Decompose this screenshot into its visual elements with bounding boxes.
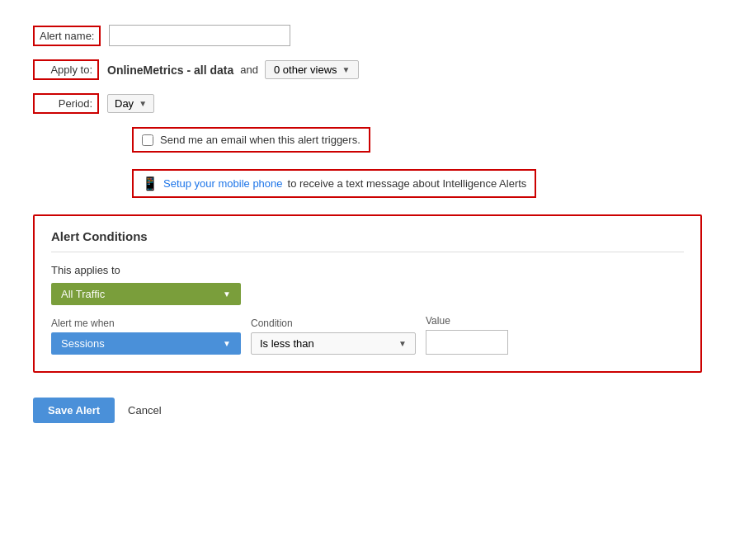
mobile-setup-link[interactable]: Setup your mobile phone (163, 177, 283, 190)
value-input[interactable] (426, 330, 508, 355)
period-dropdown[interactable]: Day ▼ (107, 94, 154, 113)
condition-arrow-icon: ▼ (398, 339, 407, 348)
notification-section: Send me an email when this alert trigger… (132, 127, 702, 198)
page-container: Alert name: Apply to: OnlineMetrics - al… (33, 25, 702, 423)
email-checkbox[interactable] (142, 134, 153, 146)
alert-name-input[interactable] (109, 25, 290, 46)
traffic-dropdown[interactable]: All Traffic ▼ (51, 283, 241, 305)
mobile-icon: 📱 (142, 176, 158, 191)
apply-to-row: Apply to: OnlineMetrics - all data and 0… (33, 59, 702, 80)
period-value: Day (115, 97, 134, 110)
period-label: Period: (33, 93, 99, 114)
alert-name-row: Alert name: (33, 25, 702, 46)
value-label: Value (426, 315, 508, 327)
applies-to-label: This applies to (51, 264, 684, 276)
mobile-suffix-text: to receive a text message about Intellig… (288, 177, 527, 190)
email-checkbox-label: Send me an email when this alert trigger… (160, 134, 360, 146)
condition-value: Is less than (260, 337, 314, 350)
divider (51, 252, 684, 252)
period-row: Period: Day ▼ (33, 93, 702, 114)
alert-me-row: Alert me when Sessions ▼ Condition Is le… (51, 315, 684, 355)
alert-conditions-box: Alert Conditions This applies to All Tra… (33, 214, 702, 373)
mobile-notification-row: 📱 Setup your mobile phone to receive a t… (132, 169, 536, 198)
condition-label: Condition (251, 318, 416, 329)
alert-conditions-title: Alert Conditions (51, 229, 684, 243)
other-views-button[interactable]: 0 other views ▼ (265, 60, 360, 79)
apply-to-conjunction: and (240, 64, 258, 76)
apply-to-label: Apply to: (33, 59, 99, 80)
condition-dropdown[interactable]: Is less than ▼ (251, 332, 416, 355)
alert-me-label: Alert me when (51, 318, 241, 329)
bottom-actions: Save Alert Cancel (33, 398, 702, 423)
other-views-label: 0 other views (274, 64, 337, 76)
value-col: Value (426, 315, 508, 355)
sessions-col: Alert me when Sessions ▼ (51, 318, 241, 355)
save-alert-button[interactable]: Save Alert (33, 398, 115, 423)
sessions-dropdown-label: Sessions (61, 337, 105, 350)
condition-col: Condition Is less than ▼ (251, 318, 416, 355)
alert-name-label: Alert name: (33, 26, 101, 46)
cancel-link[interactable]: Cancel (128, 404, 161, 416)
apply-to-profile: OnlineMetrics - all data (107, 64, 233, 77)
traffic-dropdown-label: All Traffic (61, 288, 105, 300)
other-views-arrow-icon: ▼ (342, 65, 351, 74)
sessions-dropdown-arrow-icon: ▼ (223, 339, 231, 348)
sessions-dropdown[interactable]: Sessions ▼ (51, 332, 241, 355)
email-notification-row[interactable]: Send me an email when this alert trigger… (132, 127, 370, 153)
traffic-dropdown-arrow-icon: ▼ (223, 289, 231, 299)
period-arrow-icon: ▼ (139, 99, 147, 108)
